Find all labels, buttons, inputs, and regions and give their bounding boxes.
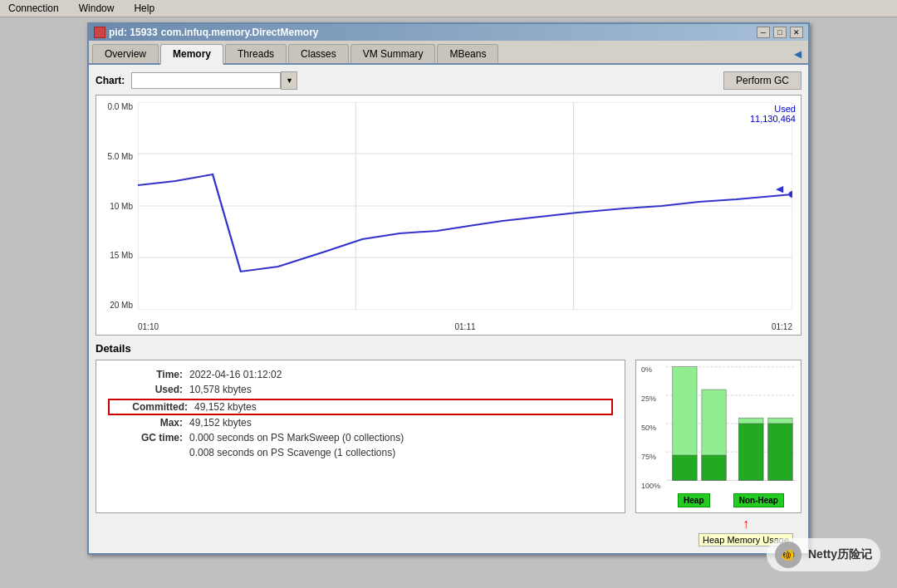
- chart-controls: Chart: Heap Memory Usage ▼ Perform GC: [96, 71, 801, 90]
- chart-container: 20 Mb 15 Mb 10 Mb 5.0 Mb 0.0 Mb: [96, 95, 801, 336]
- chart-select-wrapper: Heap Memory Usage ▼: [131, 71, 297, 90]
- svg-rect-23: [768, 424, 792, 480]
- menu-window[interactable]: Window: [76, 2, 118, 15]
- perform-gc-button[interactable]: Perform GC: [723, 71, 801, 90]
- details-inner: Time: 2022-04-16 01:12:02 Used: 10,578 k…: [96, 360, 801, 513]
- legend-label: Used: [750, 104, 796, 114]
- dropdown-button[interactable]: ▼: [281, 71, 297, 90]
- tab-vm-summary[interactable]: VM Summary: [350, 44, 436, 63]
- bar-y-1: 75%: [641, 453, 666, 461]
- bar-y-0: 100%: [641, 482, 666, 490]
- detail-row-max: Max: 49,152 kbytes: [108, 417, 613, 429]
- x-label-1: 01:11: [454, 322, 475, 331]
- bar-chart-container: 100% 75% 50% 25% 0%: [635, 360, 801, 513]
- y-label-1: 15 Mb: [110, 251, 133, 260]
- watermark-icon: 🐠: [775, 541, 801, 568]
- chart-x-axis: 01:10 01:11 01:12: [138, 322, 792, 331]
- detail-row-time: Time: 2022-04-16 01:12:02: [108, 369, 613, 380]
- details-box: Time: 2022-04-16 01:12:02 Used: 10,578 k…: [96, 360, 625, 513]
- minimize-button[interactable]: ─: [757, 27, 770, 38]
- bar-x-labels: Heap Non-Heap: [641, 493, 796, 507]
- detail-key-committed: Committed:: [113, 401, 188, 413]
- details-title: Details: [96, 342, 801, 355]
- detail-row-committed: Committed: 49,152 kbytes: [108, 399, 613, 415]
- detail-row-used: Used: 10,578 kbytes: [108, 384, 613, 395]
- y-label-2: 10 Mb: [110, 202, 133, 211]
- detail-row-gc2: 0.008 seconds on PS Scavenge (1 collecti…: [108, 447, 613, 458]
- tab-threads[interactable]: Threads: [225, 44, 287, 63]
- title-bar-buttons: ─ □ ✕: [757, 27, 803, 38]
- detail-key-max: Max:: [108, 417, 183, 429]
- details-section: Details Time: 2022-04-16 01:12:02 Used: …: [96, 342, 801, 513]
- window-icon: [94, 27, 105, 38]
- tab-mbeans[interactable]: MBeans: [437, 44, 498, 63]
- title-bar-left: pid: 15933 com.infuq.memory.DirectMemory: [94, 27, 319, 38]
- chart-legend: Used 11,130,464: [750, 104, 796, 124]
- detail-key-gc2: [108, 447, 183, 458]
- tooltip-arrow: ↑: [698, 517, 793, 532]
- speaker-icon: ◀: [787, 45, 808, 63]
- heap-button[interactable]: Heap: [678, 493, 709, 507]
- detail-val-max: 49,152 kbytes: [189, 417, 252, 429]
- menu-help[interactable]: Help: [130, 2, 158, 15]
- chart-label-row: Chart: Heap Memory Usage ▼: [96, 71, 297, 90]
- watermark-text: Netty历险记: [808, 547, 872, 562]
- y-label-3: 5.0 Mb: [107, 152, 133, 161]
- bar-y-3: 25%: [641, 394, 666, 403]
- y-label-0: 20 Mb: [110, 301, 133, 310]
- detail-val-committed: 49,152 kbytes: [194, 401, 257, 413]
- tab-bar: Overview Memory Threads Classes VM Summa…: [89, 41, 808, 65]
- x-label-2: 01:12: [772, 322, 792, 331]
- content-area: Chart: Heap Memory Usage ▼ Perform GC 20…: [89, 65, 808, 553]
- menu-bar: Connection Window Help: [0, 0, 897, 17]
- svg-point-9: [788, 191, 792, 198]
- svg-rect-17: [673, 455, 697, 480]
- tab-overview[interactable]: Overview: [92, 44, 159, 63]
- detail-key-time: Time:: [108, 369, 183, 380]
- svg-rect-19: [702, 455, 726, 480]
- legend-value: 11,130,464: [750, 114, 796, 124]
- watermark: 🐠 Netty历险记: [767, 538, 880, 571]
- detail-key-gc: GC time:: [108, 432, 183, 443]
- chart-y-axis: 20 Mb 15 Mb 10 Mb 5.0 Mb 0.0 Mb: [96, 102, 138, 310]
- window-title: com.infuq.memory.DirectMemory: [161, 27, 319, 38]
- chart-label: Chart:: [96, 75, 125, 86]
- bar-chart-area: 100% 75% 50% 25% 0%: [641, 365, 796, 490]
- detail-val-gc2: 0.008 seconds on PS Scavenge (1 collecti…: [189, 447, 395, 458]
- chart-svg: ◀: [138, 102, 792, 310]
- main-window: pid: 15933 com.infuq.memory.DirectMemory…: [87, 22, 810, 555]
- bar-y-4: 0%: [641, 365, 666, 374]
- bar-y-2: 50%: [641, 424, 666, 432]
- tooltip-area: ↑ Heap Memory Usage: [96, 517, 801, 546]
- svg-rect-21: [739, 424, 763, 480]
- y-label-4: 0.0 Mb: [107, 102, 133, 111]
- detail-val-gc1: 0.000 seconds on PS MarkSweep (0 collect…: [189, 432, 404, 443]
- tab-memory[interactable]: Memory: [160, 44, 223, 65]
- non-heap-button[interactable]: Non-Heap: [733, 493, 784, 507]
- close-button[interactable]: ✕: [790, 27, 803, 38]
- detail-val-used: 10,578 kbytes: [189, 384, 252, 395]
- bar-chart-svg: [666, 365, 796, 482]
- detail-val-time: 2022-04-16 01:12:02: [189, 369, 282, 380]
- svg-text:◀: ◀: [776, 184, 785, 194]
- restore-button[interactable]: □: [773, 27, 787, 38]
- bar-y-labels: 100% 75% 50% 25% 0%: [641, 365, 666, 490]
- tab-classes[interactable]: Classes: [288, 44, 349, 63]
- detail-key-used: Used:: [108, 384, 183, 395]
- window-pid: pid: 15933: [109, 27, 158, 38]
- chart-select[interactable]: Heap Memory Usage: [131, 72, 281, 89]
- title-bar: pid: 15933 com.infuq.memory.DirectMemory…: [89, 24, 808, 41]
- detail-row-gc1: GC time: 0.000 seconds on PS MarkSweep (…: [108, 432, 613, 443]
- x-label-0: 01:10: [138, 322, 159, 331]
- menu-connection[interactable]: Connection: [5, 2, 62, 15]
